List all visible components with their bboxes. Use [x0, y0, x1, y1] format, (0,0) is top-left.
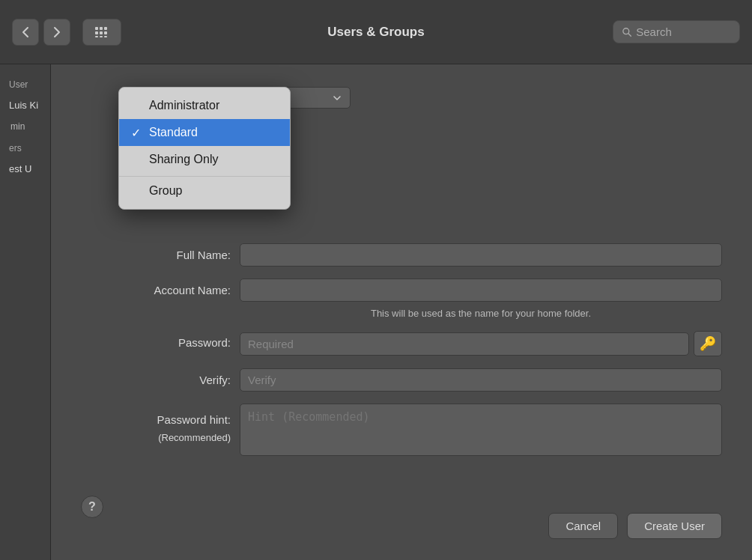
- svg-rect-0: [95, 27, 98, 30]
- search-icon: [622, 27, 631, 37]
- user-form: Full Name: Account Name: This will be us…: [81, 243, 722, 456]
- account-name-hint: This will be used as the name for your h…: [240, 308, 722, 319]
- dropdown-item-standard-label: Standard: [149, 126, 198, 139]
- verify-input[interactable]: [240, 368, 722, 392]
- sidebar-current-user-name[interactable]: Luis Ki: [6, 97, 44, 113]
- main-content: User Luis Ki min ers est U New Account: …: [0, 64, 752, 560]
- forward-button[interactable]: [43, 19, 70, 46]
- sidebar-current-user-section: User: [6, 76, 44, 91]
- dialog-container: New Account: Standard Administrator ✓ St…: [51, 64, 752, 560]
- dropdown-item-sharing-only-label: Sharing Only: [149, 153, 219, 165]
- dialog-footer: ? Cancel Create User: [51, 513, 752, 539]
- dropdown-item-administrator-label: Administrator: [149, 99, 219, 112]
- svg-line-10: [628, 33, 631, 35]
- window-title: Users & Groups: [327, 25, 424, 40]
- svg-rect-1: [100, 27, 103, 30]
- key-button[interactable]: 🔑: [694, 331, 722, 356]
- back-button[interactable]: [12, 19, 39, 46]
- dropdown-item-standard[interactable]: ✓ Standard: [119, 119, 290, 146]
- full-name-label: Full Name:: [81, 243, 231, 263]
- nav-buttons: [12, 19, 121, 46]
- password-label: Password:: [81, 331, 231, 350]
- password-input[interactable]: [240, 332, 689, 356]
- svg-rect-8: [104, 36, 107, 37]
- dropdown-item-sharing-only[interactable]: Sharing Only: [119, 146, 290, 173]
- checkmark-icon: ✓: [131, 126, 141, 140]
- password-row: 🔑: [240, 331, 722, 356]
- help-button[interactable]: ?: [81, 496, 103, 518]
- titlebar: Users & Groups: [0, 0, 752, 64]
- svg-rect-2: [104, 27, 107, 30]
- svg-rect-7: [100, 36, 103, 37]
- dropdown-item-group[interactable]: Group: [119, 176, 290, 204]
- create-user-button[interactable]: Create User: [627, 513, 722, 539]
- dropdown-menu: Administrator ✓ Standard Sharing Only Gr…: [118, 87, 291, 210]
- full-name-input[interactable]: [240, 243, 722, 267]
- hint-textarea[interactable]: [240, 404, 722, 456]
- svg-rect-3: [95, 31, 98, 34]
- search-box[interactable]: [613, 20, 740, 43]
- sidebar-other-user[interactable]: est U: [6, 161, 44, 177]
- hint-sublabel: (Recommended): [158, 427, 231, 445]
- svg-rect-4: [100, 31, 103, 34]
- chevron-down-icon: [333, 96, 341, 100]
- account-type-dropdown: Administrator ✓ Standard Sharing Only Gr…: [118, 87, 291, 210]
- search-input[interactable]: [636, 25, 730, 38]
- svg-rect-5: [104, 31, 107, 34]
- dropdown-item-administrator[interactable]: Administrator: [119, 92, 290, 119]
- sidebar: User Luis Ki min ers est U: [0, 64, 51, 560]
- sidebar-current-user-role: min: [6, 119, 44, 134]
- sidebar-other-users-section: ers: [6, 140, 44, 155]
- svg-rect-6: [95, 36, 98, 37]
- grid-view-button[interactable]: [82, 19, 121, 46]
- account-name-label: Account Name:: [81, 279, 231, 298]
- hint-label: Password hint:: [157, 408, 231, 427]
- account-name-input[interactable]: [240, 279, 722, 302]
- key-icon: 🔑: [700, 335, 716, 352]
- verify-label: Verify:: [81, 368, 231, 388]
- cancel-button[interactable]: Cancel: [548, 513, 618, 539]
- dropdown-item-group-label: Group: [149, 184, 182, 197]
